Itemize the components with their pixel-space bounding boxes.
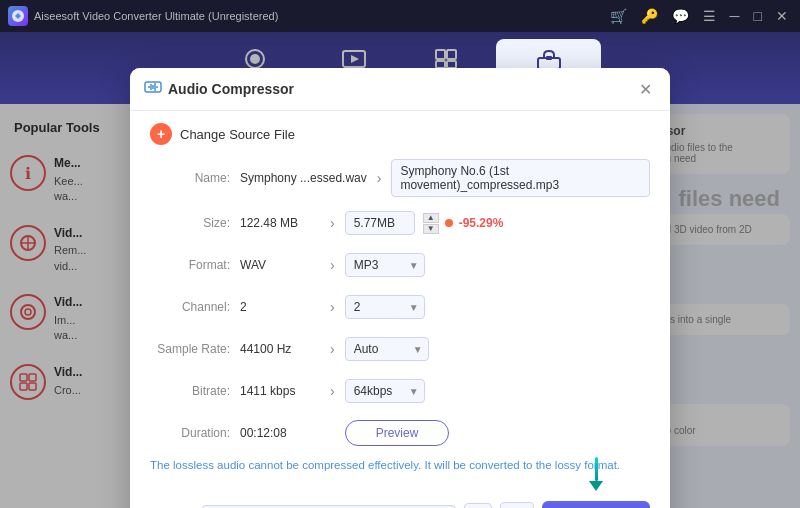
svg-rect-8 xyxy=(447,61,456,68)
dialog-title: Audio Compressor xyxy=(168,81,294,97)
name-output-field[interactable]: Symphony No.6 (1st movement)_compressed.… xyxy=(391,159,650,197)
samplerate-select-wrap: Auto 44100 Hz 22050 Hz ▼ xyxy=(345,337,429,361)
svg-marker-4 xyxy=(351,55,359,63)
samplerate-row: Sample Rate: 44100 Hz › Auto 44100 Hz 22… xyxy=(150,333,650,365)
save-path-field: C:\Aiseesoft Studio\Ai...imate\Audio Com… xyxy=(202,505,456,509)
titlebar: Aiseesoft Video Converter Ultimate (Unre… xyxy=(0,0,800,32)
dialog-body: + Change Source File Name: Symphony ...e… xyxy=(130,111,670,493)
collage-icon xyxy=(432,47,460,71)
bitrate-input-value: 1411 kbps xyxy=(240,384,320,398)
compress-button[interactable]: Compress xyxy=(542,501,650,508)
save-folder-button[interactable] xyxy=(500,502,534,508)
size-output-field[interactable]: 5.77MB xyxy=(345,211,415,235)
size-arrow-icon: › xyxy=(330,215,335,231)
svg-rect-10 xyxy=(546,56,552,60)
channel-row: Channel: 2 › 2 1 ▼ xyxy=(150,291,650,323)
save-dots-button[interactable]: ... xyxy=(464,503,493,508)
change-source-btn[interactable]: + Change Source File xyxy=(150,123,650,145)
name-row: Name: Symphony ...essed.wav › Symphony N… xyxy=(150,159,650,197)
converter-icon xyxy=(241,47,269,71)
compress-arrow-head xyxy=(589,481,603,491)
duration-row: Duration: 00:12:08 › Preview xyxy=(150,417,650,449)
format-row: Format: WAV › MP3 AAC WAV ▼ xyxy=(150,249,650,281)
app-logo xyxy=(8,6,28,26)
maximize-icon[interactable]: □ xyxy=(750,6,766,26)
menu-icon[interactable]: ☰ xyxy=(699,6,720,26)
bitrate-select-wrap: 64kbps 128kbps 192kbps 320kbps ▼ xyxy=(345,379,425,403)
preview-button[interactable]: Preview xyxy=(345,420,450,446)
warning-text: The lossless audio cannot be compressed … xyxy=(150,459,650,471)
audio-compressor-icon xyxy=(144,79,162,99)
mv-icon xyxy=(340,47,368,71)
bitrate-select[interactable]: 64kbps 128kbps 192kbps 320kbps xyxy=(345,379,425,403)
minimize-icon[interactable]: ─ xyxy=(726,6,744,26)
size-percent-label: -95.29% xyxy=(459,216,504,230)
channel-select[interactable]: 2 1 xyxy=(345,295,425,319)
close-icon[interactable]: ✕ xyxy=(772,6,792,26)
audio-compressor-dialog: Audio Compressor ✕ + Change Source File … xyxy=(130,68,670,508)
name-arrow-icon: › xyxy=(377,170,382,186)
bitrate-label: Bitrate: xyxy=(150,384,240,398)
size-row: Size: 122.48 MB › 5.77MB ▲ ▼ -95.29% xyxy=(150,207,650,239)
dialog-footer: Save to: C:\Aiseesoft Studio\Ai...imate\… xyxy=(130,493,670,508)
svg-rect-7 xyxy=(436,61,445,68)
bitrate-arrow-icon: › xyxy=(330,383,335,399)
dialog-titlebar: Audio Compressor ✕ xyxy=(130,68,670,111)
dialog-close-button[interactable]: ✕ xyxy=(634,78,656,100)
size-controls: 5.77MB ▲ ▼ -95.29% xyxy=(345,211,504,235)
samplerate-arrow-icon: › xyxy=(330,341,335,357)
name-input-value: Symphony ...essed.wav xyxy=(240,171,367,185)
compress-btn-container: Compress xyxy=(542,501,650,508)
titlebar-controls: 🛒 🔑 💬 ☰ ─ □ ✕ xyxy=(606,6,792,26)
duration-label: Duration: xyxy=(150,426,240,440)
duration-input-value: 00:12:08 xyxy=(240,426,320,440)
key-icon[interactable]: 🔑 xyxy=(637,6,662,26)
channel-select-wrap: 2 1 ▼ xyxy=(345,295,425,319)
name-label: Name: xyxy=(150,171,240,185)
format-arrow-icon: › xyxy=(330,257,335,273)
samplerate-label: Sample Rate: xyxy=(150,342,240,356)
channel-arrow-icon: › xyxy=(330,299,335,315)
svg-rect-6 xyxy=(447,50,456,59)
add-source-icon: + xyxy=(150,123,172,145)
toolbox-icon xyxy=(535,47,563,71)
compress-arrow xyxy=(589,457,603,491)
change-source-label: Change Source File xyxy=(180,127,295,142)
format-select-wrap: MP3 AAC WAV ▼ xyxy=(345,253,425,277)
svg-point-2 xyxy=(250,54,260,64)
size-spinner[interactable]: ▲ ▼ xyxy=(423,213,439,234)
format-label: Format: xyxy=(150,258,240,272)
size-label: Size: xyxy=(150,216,240,230)
channel-input-value: 2 xyxy=(240,300,320,314)
chat-icon[interactable]: 💬 xyxy=(668,6,693,26)
bitrate-row: Bitrate: 1411 kbps › 64kbps 128kbps 192k… xyxy=(150,375,650,407)
cart-icon[interactable]: 🛒 xyxy=(606,6,631,26)
dialog-overlay: Audio Compressor ✕ + Change Source File … xyxy=(0,104,800,508)
app-title: Aiseesoft Video Converter Ultimate (Unre… xyxy=(34,10,606,22)
size-dot-indicator xyxy=(445,219,453,227)
format-input-value: WAV xyxy=(240,258,320,272)
size-input-value: 122.48 MB xyxy=(240,216,320,230)
samplerate-input-value: 44100 Hz xyxy=(240,342,320,356)
samplerate-select[interactable]: Auto 44100 Hz 22050 Hz xyxy=(345,337,429,361)
svg-rect-5 xyxy=(436,50,445,59)
size-spinner-down[interactable]: ▼ xyxy=(423,224,439,234)
channel-label: Channel: xyxy=(150,300,240,314)
size-spinner-up[interactable]: ▲ xyxy=(423,213,439,223)
main-content: Popular Tools ℹ Me... Kee...wa... Vid...… xyxy=(0,104,800,508)
compress-arrow-line xyxy=(595,457,598,481)
format-select[interactable]: MP3 AAC WAV xyxy=(345,253,425,277)
